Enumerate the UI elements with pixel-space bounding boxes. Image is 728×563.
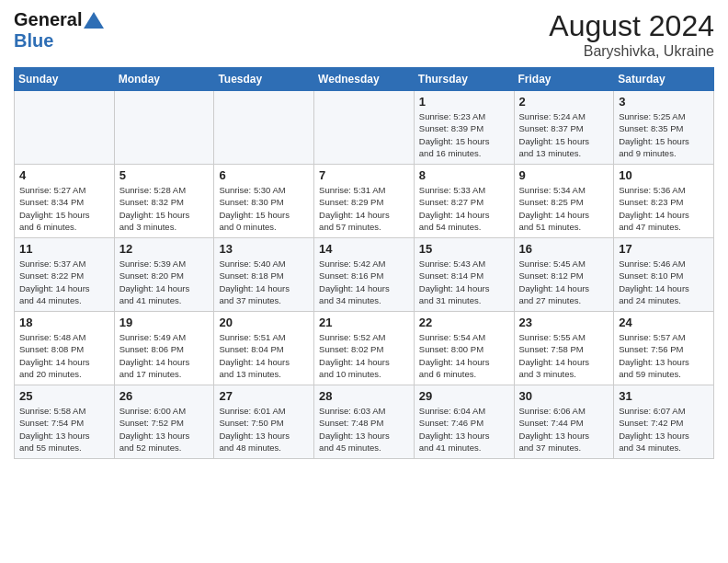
logo-general-text: General: [14, 9, 82, 30]
day-number: 22: [419, 316, 509, 329]
cell-week2-day1: 5Sunrise: 5:28 AM Sunset: 8:32 PM Daylig…: [114, 165, 214, 238]
day-info: Sunrise: 6:04 AM Sunset: 7:46 PM Dayligh…: [419, 405, 509, 454]
day-info: Sunrise: 5:40 AM Sunset: 8:18 PM Dayligh…: [219, 258, 309, 306]
cell-week4-day0: 18Sunrise: 5:48 AM Sunset: 8:08 PM Dayli…: [15, 312, 115, 385]
title-block: August 2024 Baryshivka, Ukraine: [549, 9, 714, 60]
day-number: 3: [619, 95, 709, 109]
day-info: Sunrise: 5:30 AM Sunset: 8:30 PM Dayligh…: [219, 184, 309, 233]
cell-week4-day4: 22Sunrise: 5:54 AM Sunset: 8:00 PM Dayli…: [414, 312, 514, 385]
cell-week1-day4: 1Sunrise: 5:23 AM Sunset: 8:39 PM Daylig…: [414, 91, 514, 165]
cell-week4-day3: 21Sunrise: 5:52 AM Sunset: 8:02 PM Dayli…: [314, 312, 415, 385]
header-friday: Friday: [514, 68, 614, 91]
cell-week1-day1: [114, 91, 214, 165]
day-info: Sunrise: 5:31 AM Sunset: 8:29 PM Dayligh…: [319, 184, 409, 233]
cell-week5-day4: 29Sunrise: 6:04 AM Sunset: 7:46 PM Dayli…: [414, 385, 514, 459]
day-number: 30: [519, 389, 609, 403]
day-info: Sunrise: 5:57 AM Sunset: 7:56 PM Dayligh…: [619, 331, 709, 380]
day-info: Sunrise: 5:46 AM Sunset: 8:10 PM Dayligh…: [619, 258, 709, 306]
cell-week1-day6: 3Sunrise: 5:25 AM Sunset: 8:35 PM Daylig…: [614, 91, 714, 165]
location-subtitle: Baryshivka, Ukraine: [549, 43, 714, 60]
cell-week5-day6: 31Sunrise: 6:07 AM Sunset: 7:42 PM Dayli…: [614, 385, 714, 459]
cell-week1-day0: [15, 91, 115, 165]
day-info: Sunrise: 5:43 AM Sunset: 8:14 PM Dayligh…: [419, 258, 509, 306]
day-number: 13: [219, 242, 309, 256]
cell-week3-day5: 16Sunrise: 5:45 AM Sunset: 8:12 PM Dayli…: [514, 238, 614, 312]
header-row: Sunday Monday Tuesday Wednesday Thursday…: [15, 68, 714, 91]
day-info: Sunrise: 5:55 AM Sunset: 7:58 PM Dayligh…: [519, 331, 609, 380]
day-info: Sunrise: 5:23 AM Sunset: 8:39 PM Dayligh…: [419, 110, 509, 159]
day-info: Sunrise: 6:03 AM Sunset: 7:48 PM Dayligh…: [319, 405, 409, 454]
day-info: Sunrise: 5:39 AM Sunset: 8:20 PM Dayligh…: [119, 258, 210, 306]
day-info: Sunrise: 5:36 AM Sunset: 8:23 PM Dayligh…: [619, 184, 709, 233]
cell-week3-day0: 11Sunrise: 5:37 AM Sunset: 8:22 PM Dayli…: [15, 238, 115, 312]
month-year-title: August 2024: [549, 9, 714, 43]
day-number: 10: [619, 168, 709, 182]
week-row-4: 18Sunrise: 5:48 AM Sunset: 8:08 PM Dayli…: [15, 312, 714, 385]
day-info: Sunrise: 6:01 AM Sunset: 7:50 PM Dayligh…: [219, 405, 309, 454]
cell-week3-day1: 12Sunrise: 5:39 AM Sunset: 8:20 PM Dayli…: [114, 238, 214, 312]
day-info: Sunrise: 5:37 AM Sunset: 8:22 PM Dayligh…: [19, 258, 109, 306]
day-number: 17: [619, 242, 709, 256]
week-row-5: 25Sunrise: 5:58 AM Sunset: 7:54 PM Dayli…: [15, 385, 714, 459]
day-number: 18: [19, 316, 109, 329]
day-number: 1: [419, 95, 509, 109]
cell-week5-day3: 28Sunrise: 6:03 AM Sunset: 7:48 PM Dayli…: [314, 385, 415, 459]
day-number: 2: [519, 95, 609, 109]
cell-week3-day3: 14Sunrise: 5:42 AM Sunset: 8:16 PM Dayli…: [314, 238, 415, 312]
day-number: 5: [119, 168, 210, 182]
cell-week3-day6: 17Sunrise: 5:46 AM Sunset: 8:10 PM Dayli…: [614, 238, 714, 312]
day-number: 4: [19, 168, 109, 182]
week-row-1: 1Sunrise: 5:23 AM Sunset: 8:39 PM Daylig…: [15, 91, 714, 165]
logo-icon: [84, 12, 104, 29]
day-info: Sunrise: 6:00 AM Sunset: 7:52 PM Dayligh…: [119, 405, 210, 454]
day-number: 27: [219, 389, 309, 403]
day-info: Sunrise: 5:52 AM Sunset: 8:02 PM Dayligh…: [319, 331, 409, 380]
day-info: Sunrise: 6:07 AM Sunset: 7:42 PM Dayligh…: [619, 405, 709, 454]
cell-week2-day4: 8Sunrise: 5:33 AM Sunset: 8:27 PM Daylig…: [414, 165, 514, 238]
day-info: Sunrise: 5:58 AM Sunset: 7:54 PM Dayligh…: [19, 405, 109, 454]
day-number: 20: [219, 316, 309, 329]
day-number: 24: [619, 316, 709, 329]
day-info: Sunrise: 5:51 AM Sunset: 8:04 PM Dayligh…: [219, 331, 309, 380]
day-info: Sunrise: 5:42 AM Sunset: 8:16 PM Dayligh…: [319, 258, 409, 306]
cell-week5-day2: 27Sunrise: 6:01 AM Sunset: 7:50 PM Dayli…: [214, 385, 314, 459]
cell-week1-day2: [214, 91, 314, 165]
week-row-2: 4Sunrise: 5:27 AM Sunset: 8:34 PM Daylig…: [15, 165, 714, 238]
day-info: Sunrise: 5:34 AM Sunset: 8:25 PM Dayligh…: [519, 184, 609, 233]
day-number: 28: [319, 389, 409, 403]
cell-week2-day5: 9Sunrise: 5:34 AM Sunset: 8:25 PM Daylig…: [514, 165, 614, 238]
cell-week1-day3: [314, 91, 415, 165]
day-number: 26: [119, 389, 210, 403]
day-number: 19: [119, 316, 210, 329]
cell-week3-day2: 13Sunrise: 5:40 AM Sunset: 8:18 PM Dayli…: [214, 238, 314, 312]
header-saturday: Saturday: [614, 68, 714, 91]
cell-week1-day5: 2Sunrise: 5:24 AM Sunset: 8:37 PM Daylig…: [514, 91, 614, 165]
day-number: 8: [419, 168, 509, 182]
page-header: General Blue August 2024 Baryshivka, Ukr…: [14, 9, 714, 60]
logo: General Blue: [14, 9, 104, 52]
day-number: 7: [319, 168, 409, 182]
header-thursday: Thursday: [414, 68, 514, 91]
day-info: Sunrise: 5:25 AM Sunset: 8:35 PM Dayligh…: [619, 110, 709, 159]
day-number: 12: [119, 242, 210, 256]
day-number: 6: [219, 168, 309, 182]
cell-week4-day2: 20Sunrise: 5:51 AM Sunset: 8:04 PM Dayli…: [214, 312, 314, 385]
cell-week2-day3: 7Sunrise: 5:31 AM Sunset: 8:29 PM Daylig…: [314, 165, 415, 238]
calendar-table: Sunday Monday Tuesday Wednesday Thursday…: [14, 67, 714, 459]
day-number: 23: [519, 316, 609, 329]
svg-marker-0: [84, 12, 104, 29]
day-info: Sunrise: 5:48 AM Sunset: 8:08 PM Dayligh…: [19, 331, 109, 380]
cell-week5-day0: 25Sunrise: 5:58 AM Sunset: 7:54 PM Dayli…: [15, 385, 115, 459]
day-number: 9: [519, 168, 609, 182]
day-info: Sunrise: 6:06 AM Sunset: 7:44 PM Dayligh…: [519, 405, 609, 454]
cell-week5-day1: 26Sunrise: 6:00 AM Sunset: 7:52 PM Dayli…: [114, 385, 214, 459]
day-info: Sunrise: 5:24 AM Sunset: 8:37 PM Dayligh…: [519, 110, 609, 159]
logo-blue-text: Blue: [14, 30, 53, 51]
day-info: Sunrise: 5:49 AM Sunset: 8:06 PM Dayligh…: [119, 331, 210, 380]
header-tuesday: Tuesday: [214, 68, 314, 91]
cell-week2-day0: 4Sunrise: 5:27 AM Sunset: 8:34 PM Daylig…: [15, 165, 115, 238]
day-info: Sunrise: 5:45 AM Sunset: 8:12 PM Dayligh…: [519, 258, 609, 306]
cell-week4-day1: 19Sunrise: 5:49 AM Sunset: 8:06 PM Dayli…: [114, 312, 214, 385]
day-number: 11: [19, 242, 109, 256]
cell-week5-day5: 30Sunrise: 6:06 AM Sunset: 7:44 PM Dayli…: [514, 385, 614, 459]
